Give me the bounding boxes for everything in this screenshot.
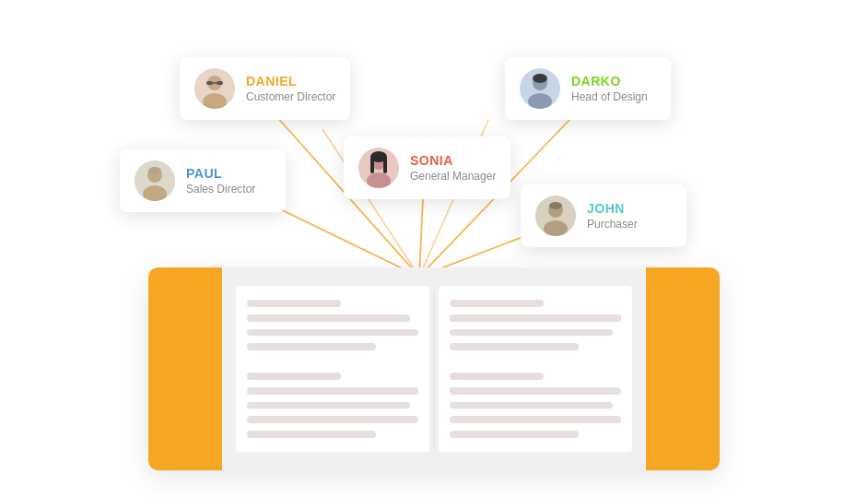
text-line <box>450 373 544 380</box>
text-line <box>450 314 621 322</box>
text-line <box>450 300 544 307</box>
book-pages <box>222 267 646 470</box>
person-info-john: JOHN Purchaser <box>587 201 638 231</box>
person-role-sonia: General Manager <box>410 170 496 183</box>
person-name-paul: PAUL <box>186 166 255 181</box>
avatar-paul <box>135 160 175 201</box>
person-role-darko: Head of Design <box>571 90 648 103</box>
book-page-right <box>439 286 632 452</box>
text-line <box>247 300 341 307</box>
text-line <box>450 343 579 350</box>
person-name-darko: DARKO <box>571 74 648 89</box>
person-name-daniel: DANIEL <box>246 74 335 89</box>
person-name-john: JOHN <box>587 201 638 216</box>
person-info-sonia: SONIA General Manager <box>410 153 496 183</box>
person-role-paul: Sales Director <box>186 183 255 196</box>
person-info-daniel: DANIEL Customer Director <box>246 74 335 103</box>
text-line <box>247 343 376 350</box>
svg-point-20 <box>148 167 161 174</box>
text-line <box>450 402 613 409</box>
text-line <box>247 329 418 337</box>
svg-point-30 <box>549 202 562 209</box>
person-name-sonia: SONIA <box>410 153 496 168</box>
person-role-daniel: Customer Director <box>246 90 335 103</box>
book-divider <box>433 290 435 447</box>
text-line <box>247 314 410 322</box>
text-line <box>450 329 613 337</box>
scene: DANIEL Customer Director DARKO Head of D… <box>0 0 868 498</box>
person-info-paul: PAUL Sales Director <box>186 166 255 196</box>
svg-rect-10 <box>206 81 213 85</box>
text-line <box>450 431 579 438</box>
avatar-daniel <box>194 68 235 109</box>
svg-rect-25 <box>370 157 374 173</box>
text-line <box>247 431 376 438</box>
svg-rect-11 <box>217 81 223 85</box>
card-sonia[interactable]: SONIA General Manager <box>344 136 510 199</box>
card-paul[interactable]: PAUL Sales Director <box>120 149 286 212</box>
text-line <box>450 387 621 395</box>
avatar-darko <box>520 68 560 109</box>
book <box>148 267 720 470</box>
book-container <box>148 267 720 470</box>
text-line <box>247 402 410 409</box>
book-spine-left <box>148 267 222 470</box>
text-line <box>247 416 418 423</box>
text-line <box>450 416 621 423</box>
book-spine-right <box>646 267 720 470</box>
person-info-darko: DARKO Head of Design <box>571 74 648 103</box>
card-daniel[interactable]: DANIEL Customer Director <box>180 57 350 120</box>
text-line <box>247 373 341 380</box>
svg-rect-26 <box>383 157 387 173</box>
card-john[interactable]: JOHN Purchaser <box>521 184 686 247</box>
avatar-john <box>535 196 576 236</box>
book-page-left <box>236 286 429 452</box>
person-role-john: Purchaser <box>587 218 638 231</box>
svg-point-16 <box>533 74 547 83</box>
text-line <box>247 387 418 395</box>
avatar-sonia <box>358 148 399 188</box>
card-darko[interactable]: DARKO Head of Design <box>505 57 671 120</box>
